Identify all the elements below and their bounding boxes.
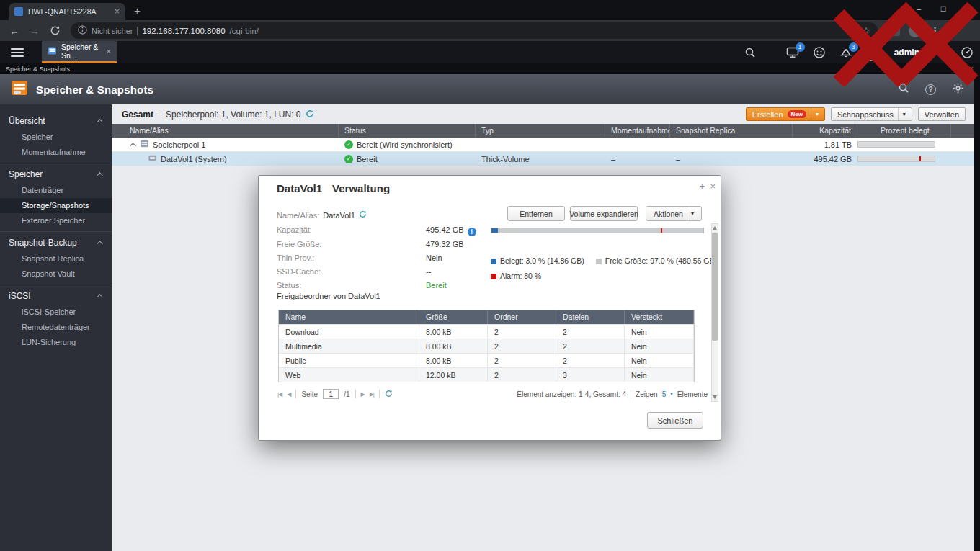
app-tab-storage-snapshots[interactable]: Speicher & Sn... × xyxy=(42,41,117,63)
window-add-icon[interactable]: + xyxy=(955,63,960,74)
name-alias-value: DataVol1 xyxy=(323,211,355,220)
prev-page-icon[interactable]: ◀ xyxy=(287,391,290,398)
snapshot-button[interactable]: Schnappschuss ▾ xyxy=(831,107,912,121)
collapse-caret-icon[interactable] xyxy=(130,143,135,148)
profile-avatar[interactable] xyxy=(909,24,922,37)
window-close-red-icon[interactable]: × xyxy=(969,63,974,74)
back-button[interactable]: ← xyxy=(6,22,23,40)
chevron-down-icon: ▾ xyxy=(922,49,925,55)
sidebar-section-snapshot-backup[interactable]: Snapshot-Backup xyxy=(0,234,112,251)
window-tab-label[interactable]: Speicher & Snapshots xyxy=(6,66,70,73)
info-icon[interactable]: i xyxy=(468,228,476,236)
user-menu[interactable]: admin ▾ xyxy=(894,48,925,58)
chevron-down-icon[interactable]: ▾ xyxy=(670,391,673,397)
last-page-icon[interactable]: ▶| xyxy=(370,391,374,398)
browser-tab-strip: HWL-QNAPTS228A × + – □ × xyxy=(0,0,980,20)
table-row[interactable]: Web12.00 kB23Nein xyxy=(279,367,694,382)
site-info-icon[interactable] xyxy=(78,24,87,37)
summary-refresh-icon[interactable] xyxy=(306,108,314,121)
dialog-scrollbar[interactable] xyxy=(711,223,718,402)
table-refresh-icon[interactable] xyxy=(385,390,393,399)
address-divider xyxy=(137,27,138,35)
sidebar-item-snapshot-replica[interactable]: Snapshot Replica xyxy=(0,251,112,266)
table-row-speicherpool[interactable]: Speicherpool 1 ✓ Bereit (Wird synchronis… xyxy=(112,138,980,152)
free-swatch xyxy=(596,259,602,264)
sidebar-section-iscsi[interactable]: iSCSI xyxy=(0,287,112,305)
window-close-button[interactable]: × xyxy=(956,0,980,17)
pool-capacity: 1.81 TB xyxy=(793,138,858,151)
background-tasks-icon[interactable]: 1 xyxy=(785,45,800,60)
sidebar-section-uebersicht[interactable]: Übersicht xyxy=(0,112,112,130)
sidebar-item-lun-sicherung[interactable]: LUN-Sicherung xyxy=(0,335,112,350)
chevron-up-icon xyxy=(97,294,102,300)
main-menu-button[interactable] xyxy=(0,41,35,63)
close-dialog-button[interactable]: Schließen xyxy=(647,412,703,429)
support-icon[interactable] xyxy=(812,45,827,60)
chevron-up-icon xyxy=(97,119,102,125)
scroll-down-icon[interactable] xyxy=(713,395,717,399)
tab-close-icon[interactable]: × xyxy=(115,6,120,17)
sidebar-item-remotedatentraeger[interactable]: Remotedatenträger xyxy=(0,320,112,335)
global-search-icon[interactable] xyxy=(743,45,757,60)
pagination-bar: |◀ ◀ Seite /1 ▶ ▶| Element anzeigen: 1-4… xyxy=(277,387,708,401)
new-badge: New xyxy=(788,110,806,118)
user-avatar[interactable] xyxy=(865,44,882,61)
resource-monitor-icon[interactable] xyxy=(960,45,974,60)
desktop-right-edge xyxy=(974,74,980,551)
remove-button[interactable]: Entfernen xyxy=(507,206,565,221)
scrollbar-thumb[interactable] xyxy=(712,233,718,341)
scroll-up-icon[interactable] xyxy=(713,226,717,230)
ssd-cache-value: -- xyxy=(426,267,431,276)
sidebar-item-speicher[interactable]: Speicher xyxy=(0,130,112,145)
actions-dropdown-button[interactable]: Aktionen▾ xyxy=(646,206,702,221)
sidebar-item-externer-speicher[interactable]: Externer Speicher xyxy=(0,213,112,228)
dialog-pin-icon[interactable]: + xyxy=(699,181,705,192)
table-row[interactable]: Download8.00 kB22Nein xyxy=(279,324,694,339)
page-title: Speicher & Snapshots xyxy=(36,84,153,96)
reload-button[interactable] xyxy=(46,22,63,40)
browser-toolbar: ← → Nicht sicher 192.168.177.100:8080 /c… xyxy=(0,20,980,41)
window-minimize-button[interactable]: – xyxy=(906,0,931,17)
expand-volume-button[interactable]: Volume expandieren xyxy=(570,206,638,221)
sidebar-item-datentraeger[interactable]: Datenträger xyxy=(0,183,112,198)
bookmark-star-icon[interactable]: ☆ xyxy=(862,25,870,36)
more-options-icon[interactable]: ⋮ xyxy=(937,47,948,58)
notifications-icon[interactable]: 3 xyxy=(839,45,853,60)
extensions-icon[interactable] xyxy=(889,25,900,36)
address-bar[interactable]: Nicht sicher 192.168.177.100:8080 /cgi-b… xyxy=(71,22,878,39)
sidebar-section-speicher[interactable]: Speicher xyxy=(0,166,112,183)
rename-refresh-icon[interactable] xyxy=(359,210,367,220)
window-maximize-button[interactable]: □ xyxy=(931,0,956,17)
table-row[interactable]: Multimedia8.00 kB22Nein xyxy=(279,339,694,353)
create-button[interactable]: Erstellen New ▾ xyxy=(746,107,825,121)
storage-pool-icon xyxy=(140,139,149,150)
volume-capacity: 495.42 GB xyxy=(793,152,858,166)
dialog-close-icon[interactable]: × xyxy=(710,181,716,192)
forward-button[interactable]: → xyxy=(26,22,43,40)
table-row-datavol1[interactable]: DataVol1 (System) ✓ Bereit Thick-Volume … xyxy=(112,152,980,166)
page-number-input[interactable] xyxy=(323,389,339,399)
next-page-icon[interactable]: ▶ xyxy=(361,391,365,398)
sidebar-item-momentaufnahme[interactable]: Momentaufnahme xyxy=(0,145,112,160)
window-search-icon[interactable] xyxy=(898,82,909,97)
table-row[interactable]: Public8.00 kB22Nein xyxy=(279,353,694,367)
help-icon[interactable]: ? xyxy=(925,84,936,95)
new-tab-button[interactable]: + xyxy=(134,1,141,20)
page-size-select[interactable]: 5 xyxy=(662,390,667,398)
sidebar-item-storage-snapshots[interactable]: Storage/Snapshots xyxy=(0,198,112,213)
chevron-down-icon: ▾ xyxy=(816,111,819,117)
shared-folders-table: Name Größe Ordner Dateien Versteckt Down… xyxy=(278,310,695,382)
legend-used: Belegt: 3.0 % (14.86 GB) xyxy=(491,256,584,265)
sidebar: Übersicht Speicher Momentaufnahme Speich… xyxy=(0,104,112,551)
url-path: /cgi-bin/ xyxy=(230,27,259,35)
sidebar-item-iscsi-speicher[interactable]: iSCSI-Speicher xyxy=(0,305,112,320)
manage-button[interactable]: Verwalten xyxy=(918,107,966,121)
app-tab-close-icon[interactable]: × xyxy=(107,47,111,55)
settings-gear-icon[interactable] xyxy=(952,82,964,97)
browser-menu-icon[interactable]: ⋮ xyxy=(930,25,940,36)
datavol1-management-dialog: DataVol1 Verwaltung + × Name/Alias: Data… xyxy=(258,175,721,441)
sidebar-item-snapshot-vault[interactable]: Snapshot Vault xyxy=(0,266,112,282)
first-page-icon[interactable]: |◀ xyxy=(277,391,282,398)
browser-tab[interactable]: HWL-QNAPTS228A × xyxy=(9,3,125,20)
elements-label: Elemente xyxy=(677,390,708,398)
